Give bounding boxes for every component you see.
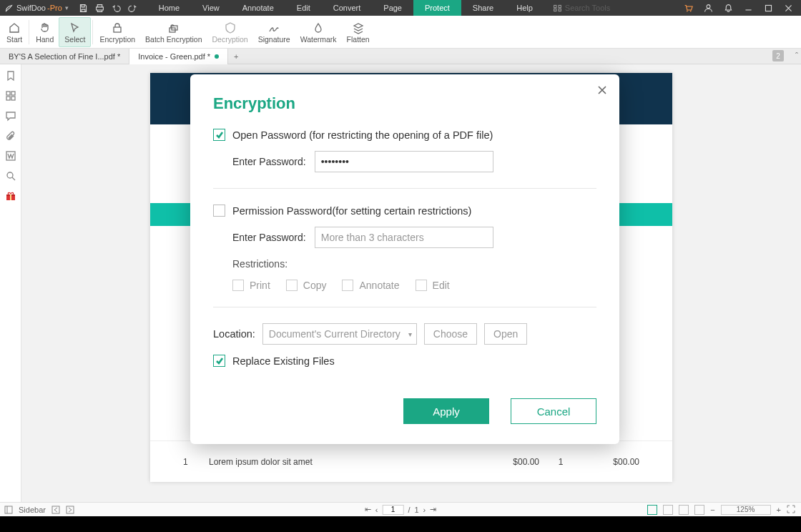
ribbon-watermark[interactable]: Watermark [295, 17, 342, 47]
view-mode-2[interactable] [663, 505, 673, 515]
cart-icon[interactable] [682, 2, 694, 14]
tabs-count-badge[interactable]: 2 [772, 50, 784, 61]
search-icon[interactable] [5, 170, 16, 182]
dialog-close-button[interactable] [596, 84, 608, 99]
ribbon-divider [92, 20, 93, 44]
apply-button[interactable]: Apply [403, 398, 489, 424]
ribbon-hand[interactable]: Hand [31, 17, 59, 47]
svg-rect-22 [52, 506, 59, 513]
comment-icon[interactable] [5, 110, 16, 122]
ribbon-watermark-label: Watermark [300, 35, 337, 44]
location-select[interactable]: Document's Current Directory▾ [262, 323, 417, 345]
word-export-icon[interactable] [5, 150, 16, 162]
svg-rect-12 [11, 92, 15, 95]
location-row: Location: Document's Current Directory▾ … [213, 323, 596, 345]
ribbon-encryption[interactable]: Encryption [94, 17, 140, 47]
bookmark-icon[interactable] [5, 70, 16, 82]
collapse-ribbon-icon[interactable]: ˆ [795, 51, 798, 61]
zoom-out-icon[interactable]: − [710, 506, 714, 514]
open-button[interactable]: Open [484, 323, 527, 345]
statusbar-paging: ⇤ ‹ / 1 › ⇥ [365, 505, 437, 515]
last-page-icon[interactable]: ⇥ [430, 505, 436, 514]
brand-text-2: -Pro [47, 4, 62, 12]
open-password-input[interactable] [315, 151, 493, 172]
search-tools[interactable] [549, 4, 634, 13]
menu-home[interactable]: Home [147, 0, 191, 16]
permission-password-option[interactable]: Permission Password(for setting certain … [213, 205, 596, 217]
restrict-edit-checkbox[interactable] [416, 280, 427, 291]
fullscreen-icon[interactable] [787, 505, 795, 515]
replace-existing-checkbox[interactable] [213, 355, 225, 367]
tab-doc-2[interactable]: Invoice - Green.pdf * [129, 49, 228, 64]
ribbon-start-label: Start [6, 35, 22, 44]
ribbon-batch-encryption[interactable]: Batch Encryption [140, 17, 207, 47]
first-page-icon[interactable]: ⇤ [365, 505, 371, 514]
menu-annotate[interactable]: Annotate [231, 0, 285, 16]
view-mode-1[interactable] [647, 505, 657, 515]
brand-text-1: SwifDoo [16, 4, 46, 12]
menu-help[interactable]: Help [505, 0, 544, 16]
attachment-icon[interactable] [5, 130, 16, 142]
ribbon-flatten[interactable]: Flatten [342, 17, 375, 47]
ribbon-start[interactable]: Start [1, 17, 27, 47]
restrict-copy-checkbox[interactable] [286, 280, 298, 291]
restrict-copy[interactable]: Copy [286, 280, 327, 291]
permission-password-input[interactable] [315, 227, 493, 248]
restrict-annotate-checkbox[interactable] [342, 280, 353, 291]
search-tools-input[interactable] [565, 4, 629, 12]
collapse-left-icon[interactable] [51, 506, 60, 514]
zoom-in-icon[interactable]: + [777, 506, 781, 514]
ribbon-batch-label: Batch Encryption [145, 35, 202, 44]
main-menu: Home View Annotate Edit Convert Page Pro… [147, 0, 544, 16]
cancel-button[interactable]: Cancel [511, 398, 596, 424]
thumbnails-icon[interactable] [5, 90, 16, 102]
gift-icon[interactable] [5, 190, 16, 202]
sidebar-label[interactable]: Sidebar [19, 506, 46, 514]
restrict-annotate[interactable]: Annotate [342, 280, 399, 291]
restrict-print-checkbox[interactable] [232, 280, 244, 291]
ribbon-divider [29, 20, 29, 44]
window-minimize-icon[interactable] [742, 2, 754, 14]
menu-edit[interactable]: Edit [285, 0, 322, 16]
prev-page-icon[interactable]: ‹ [375, 506, 378, 514]
redo-icon[interactable] [128, 4, 137, 13]
save-icon[interactable] [79, 4, 88, 13]
svg-rect-0 [554, 5, 556, 7]
sidebar-toggle-icon[interactable] [4, 506, 13, 514]
window-close-icon[interactable] [782, 2, 794, 14]
choose-button[interactable]: Choose [424, 323, 477, 345]
page-current-input[interactable] [382, 505, 403, 515]
print-icon[interactable] [95, 4, 104, 13]
user-icon[interactable] [702, 2, 714, 14]
enter-password-label-2: Enter Password: [232, 232, 306, 243]
collapse-right-icon[interactable] [66, 506, 74, 514]
restrict-print[interactable]: Print [232, 280, 270, 291]
menu-page[interactable]: Page [372, 0, 413, 16]
svg-rect-15 [6, 152, 15, 160]
next-page-icon[interactable]: › [423, 506, 426, 514]
view-mode-4[interactable] [694, 505, 704, 515]
search-glyph-icon [553, 4, 562, 13]
brand-dropdown-icon[interactable]: ▾ [65, 4, 69, 11]
permission-password-row: Enter Password: [232, 227, 596, 248]
zoom-level[interactable]: 125% [721, 505, 771, 515]
replace-existing-option[interactable]: Replace Existing Files [213, 355, 596, 367]
tab-add-button[interactable]: + [228, 52, 244, 61]
open-password-checkbox[interactable] [213, 129, 225, 141]
menu-convert[interactable]: Convert [322, 0, 373, 16]
ribbon-signature[interactable]: Signature [253, 17, 295, 47]
view-mode-3[interactable] [679, 505, 689, 515]
open-password-option[interactable]: Open Password (for restricting the openi… [213, 129, 596, 141]
tab-doc-1[interactable]: BY'S A Selection of Fine I...pdf * [0, 49, 129, 64]
permission-password-checkbox[interactable] [213, 205, 225, 217]
bell-icon[interactable] [722, 2, 734, 14]
ribbon-select[interactable]: Select [59, 17, 91, 47]
menu-share[interactable]: Share [461, 0, 505, 16]
menu-protect[interactable]: Protect [413, 0, 461, 16]
menu-view[interactable]: View [191, 0, 231, 16]
undo-icon[interactable] [112, 4, 121, 13]
window-maximize-icon[interactable] [762, 2, 774, 14]
tab-doc-1-label: BY'S A Selection of Fine I...pdf * [9, 49, 120, 64]
restrict-edit[interactable]: Edit [416, 280, 450, 291]
dialog-title: Encryption [213, 94, 596, 113]
